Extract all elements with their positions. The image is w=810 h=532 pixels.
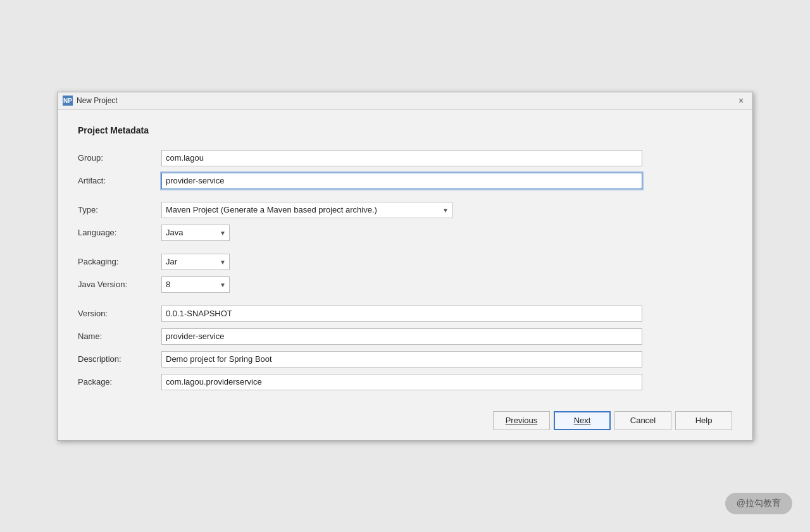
java-version-select-wrapper: 8 11 17 ▼: [161, 276, 230, 293]
cancel-button[interactable]: Cancel: [614, 411, 671, 430]
new-project-dialog: NP New Project × Project Metadata Group:…: [57, 92, 753, 441]
packaging-row: Packaging: Jar War ▼: [78, 251, 732, 273]
close-button[interactable]: ×: [735, 94, 747, 107]
version-field: [160, 302, 732, 325]
java-version-field: 8 11 17 ▼: [160, 273, 732, 296]
artifact-input[interactable]: [161, 173, 642, 189]
group-row: Group:: [78, 147, 732, 170]
artifact-row: Artifact:: [78, 170, 732, 192]
type-select-wrapper: Maven Project (Generate a Maven based pr…: [161, 202, 452, 218]
group-input[interactable]: [161, 150, 642, 166]
artifact-label: Artifact:: [78, 170, 160, 192]
java-version-row: Java Version: 8 11 17 ▼: [78, 273, 732, 296]
language-field: Java Kotlin Groovy ▼: [160, 221, 732, 244]
help-button[interactable]: Help: [675, 411, 732, 430]
app-icon: NP: [63, 96, 73, 106]
packaging-select[interactable]: Jar War: [161, 254, 230, 270]
language-select[interactable]: Java Kotlin Groovy: [161, 225, 230, 241]
name-field: [160, 325, 732, 348]
java-version-select[interactable]: 8 11 17: [161, 276, 230, 293]
type-label: Type:: [78, 199, 160, 221]
version-label: Version:: [78, 302, 160, 325]
language-label: Language:: [78, 221, 160, 244]
dialog-body: Project Metadata Group: Artifact:: [58, 110, 752, 404]
java-version-label: Java Version:: [78, 273, 160, 296]
description-row: Description:: [78, 348, 732, 371]
dialog-title: New Project: [77, 96, 735, 105]
name-row: Name:: [78, 325, 732, 348]
package-input[interactable]: [161, 374, 642, 390]
group-label: Group:: [78, 147, 160, 170]
type-select[interactable]: Maven Project (Generate a Maven based pr…: [161, 202, 452, 218]
dialog-footer: Previous Next Cancel Help: [58, 404, 752, 440]
section-title: Project Metadata: [78, 125, 732, 135]
spacer-3: [78, 296, 732, 302]
version-row: Version:: [78, 302, 732, 325]
description-input[interactable]: [161, 351, 642, 368]
artifact-field: [160, 170, 732, 192]
name-input[interactable]: [161, 328, 642, 345]
packaging-label: Packaging:: [78, 251, 160, 273]
package-field: [160, 371, 732, 393]
description-field: [160, 348, 732, 371]
spacer-2: [78, 244, 732, 251]
packaging-select-wrapper: Jar War ▼: [161, 254, 230, 270]
title-bar: NP New Project ×: [58, 92, 752, 110]
type-row: Type: Maven Project (Generate a Maven ba…: [78, 199, 732, 221]
type-field: Maven Project (Generate a Maven based pr…: [160, 199, 732, 221]
name-label: Name:: [78, 325, 160, 348]
next-button[interactable]: Next: [554, 411, 611, 430]
package-row: Package:: [78, 371, 732, 393]
package-label: Package:: [78, 371, 160, 393]
spacer-1: [78, 192, 732, 199]
packaging-field: Jar War ▼: [160, 251, 732, 273]
description-label: Description:: [78, 348, 160, 371]
watermark: @拉勾教育: [725, 493, 792, 514]
version-input[interactable]: [161, 306, 642, 322]
language-row: Language: Java Kotlin Groovy ▼: [78, 221, 732, 244]
previous-button[interactable]: Previous: [493, 411, 550, 430]
group-field: [160, 147, 732, 170]
language-select-wrapper: Java Kotlin Groovy ▼: [161, 225, 230, 241]
project-metadata-form: Group: Artifact: Type:: [78, 147, 732, 393]
